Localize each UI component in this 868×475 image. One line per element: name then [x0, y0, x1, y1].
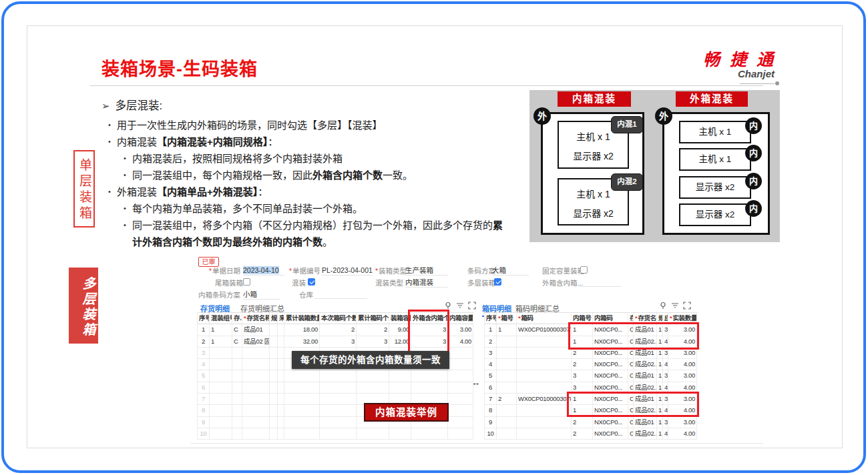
table-cell: [320, 382, 357, 394]
table-cell: 4: [663, 336, 668, 348]
table-cell: [497, 370, 517, 382]
table-row[interactable]: 11C成品0118.00229.0033.00: [198, 324, 473, 336]
outer-contains-label: 外箱含内箱...: [542, 279, 583, 288]
filter-icon[interactable]: [455, 301, 465, 310]
barcode-plan-input[interactable]: 大箱: [492, 266, 529, 276]
table-cell: [242, 382, 270, 394]
table-cell: [357, 382, 389, 394]
bullet-line: •每个内箱为单品装箱，多个不同单品封装一个外箱。: [101, 200, 511, 217]
table-cell: [232, 394, 242, 405]
mix-checkbox[interactable]: [308, 278, 315, 286]
dot-bullet-icon: •: [108, 183, 111, 200]
table-cell: 4: [485, 359, 497, 370]
table-cell: C: [232, 336, 242, 348]
table-cell: [357, 370, 389, 382]
column-header: 规.: [270, 313, 278, 324]
column-header: 来.: [278, 313, 284, 324]
table-row[interactable]: 92NX0CP0...C成品01133.00: [485, 417, 697, 428]
table-cell: 成品02...: [634, 359, 657, 370]
table-cell: 18.00: [284, 324, 320, 336]
table-cell: [278, 417, 284, 428]
outer-contains-input[interactable]: [578, 278, 621, 287]
table-row[interactable]: 5: [198, 370, 473, 382]
table-row[interactable]: 10: [198, 428, 473, 440]
table-cell: 3: [663, 324, 668, 336]
date-input[interactable]: 2023-04-10: [243, 266, 284, 276]
multi-layer-checkbox[interactable]: [494, 278, 501, 286]
table-cell: 2: [572, 348, 593, 359]
table-cell: 3.00: [668, 370, 697, 382]
table-cell: 2: [485, 336, 497, 348]
outer-mix-header: 外箱混装: [676, 91, 748, 107]
splitter-drag-icon[interactable]: ↔: [471, 378, 480, 388]
table-cell: 3: [663, 417, 668, 428]
table-cell: [517, 348, 572, 359]
column-header: 本次箱码个数: [320, 313, 357, 324]
tail-box-checkbox[interactable]: [243, 278, 250, 286]
table-cell: [242, 428, 270, 440]
mixtype-input[interactable]: 内箱混装: [405, 278, 448, 288]
table-row[interactable]: 42NX0CP0...C成品02...144.00: [485, 359, 697, 370]
table-row[interactable]: 6: [198, 382, 473, 394]
table-cell: [448, 359, 473, 370]
inner-mix-header: 内箱混装: [558, 91, 631, 107]
filter-icon[interactable]: [670, 301, 680, 310]
bullet-line: •同一混装组中，每个内箱规格一致，因此外箱含内箱个数一致。: [101, 167, 511, 183]
bullet-line: •同一混装组中，将多个内箱（不区分内箱规格）打包为一个外箱，因此多个存货的累计外…: [101, 217, 511, 250]
table-cell: NX0CP0...: [593, 348, 628, 359]
table-row[interactable]: 81NX0CP0...C成品02...144.00: [485, 405, 697, 416]
docno-label: *单据编号: [289, 267, 320, 276]
table-cell: 1: [657, 428, 663, 440]
table-cell: [411, 428, 448, 440]
table-cell: 6: [485, 382, 497, 394]
table-cell: 3.00: [668, 324, 697, 336]
table-cell: NX0CP0...: [593, 394, 628, 405]
table-cell: 成品01: [634, 394, 657, 405]
table-cell: 10: [485, 428, 497, 440]
column-header: 存.: [232, 313, 242, 324]
table-cell: [278, 336, 284, 348]
table-cell: [232, 348, 242, 359]
table-cell: [242, 348, 270, 359]
docno-input[interactable]: PL-2023-04-0018: [322, 266, 373, 276]
bullet-line: •用于一次性生成内外箱码的场景，同时勾选【多层】【混装】: [101, 117, 511, 133]
table-cell: 2: [497, 394, 517, 405]
table-cell: 1: [572, 405, 593, 416]
table-cell: [448, 382, 473, 394]
boxtype-input[interactable]: 生产装箱: [405, 266, 448, 276]
column-header: *箱号: [497, 313, 517, 324]
fixed-capacity-checkbox[interactable]: [580, 266, 588, 274]
mix-label: 混装: [292, 279, 306, 288]
locate-icon[interactable]: [443, 301, 453, 310]
table-cell: 3: [198, 348, 210, 359]
table-row[interactable]: 32NX0CP0...C成品01133.00: [485, 348, 697, 359]
table-cell: [411, 370, 448, 382]
table-cell: 2: [357, 324, 389, 336]
table-cell: 成品02 固定: [242, 336, 270, 348]
inner-badge: 内: [745, 145, 762, 161]
inner-carton-single: 显示器 x2: [679, 176, 751, 199]
table-row[interactable]: 63NX0CP0...C成品02...144.00: [485, 382, 697, 394]
table-header-row: 序号*箱号*箱码内箱号内箱码存.*存货名称规.应.*实装数量: [485, 313, 697, 324]
example-label: 内箱混装举例: [364, 403, 449, 422]
table-cell: [232, 405, 242, 416]
fullscreen-icon[interactable]: [467, 301, 477, 310]
table-row[interactable]: 72WX0CP01000030781NX0CP0...C成品01133.00: [485, 394, 697, 405]
table-row[interactable]: 102NX0CP0...C成品02...144.00: [485, 428, 697, 440]
table-row[interactable]: 21NX0CP0...C成品02...144.00: [485, 336, 697, 348]
barcode-plan-label: 条码方案: [467, 267, 495, 276]
table-cell: [320, 394, 357, 405]
table-cell: NX0CP0...: [593, 324, 628, 336]
table-row[interactable]: 11WX0CP01000030771NX0CP0...C成品01133.00: [485, 324, 697, 336]
fullscreen-icon[interactable]: [682, 301, 692, 310]
table-row[interactable]: 53NX0CP0...C成品01133.00: [485, 370, 697, 382]
column-header: 规.: [657, 313, 663, 324]
locate-icon[interactable]: [658, 301, 668, 310]
inner-barcode-plan-input[interactable]: 小箱: [243, 290, 280, 300]
table-cell: 4: [663, 428, 668, 440]
warehouse-input[interactable]: [314, 290, 367, 299]
table-cell: 3.00: [668, 348, 697, 359]
table-cell: 2: [572, 417, 593, 428]
bullet-line: •内箱混装【内箱混装+内箱同规格】：: [101, 133, 511, 150]
table-row[interactable]: 21C成品02 固定32.003312.0034.00: [198, 336, 473, 348]
